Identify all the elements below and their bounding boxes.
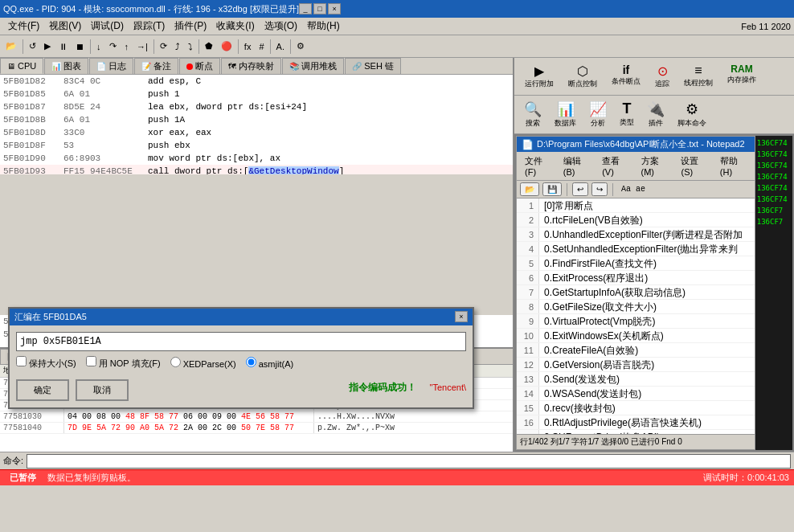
notepad-toolbar-btn[interactable]: 📂 (520, 182, 539, 196)
notepad-menu-edit[interactable]: 编辑(B) (559, 153, 594, 178)
tb-hash[interactable]: # (255, 38, 268, 55)
analyze-btn[interactable]: 📈 分析 (584, 99, 612, 130)
notepad-menu-scheme[interactable]: 方案(M) (636, 153, 673, 178)
tb-restart[interactable]: ↺ (25, 38, 40, 55)
minimize-button[interactable]: _ (299, 3, 312, 14)
code-line-1[interactable]: 5FB01D82 83C4 0C add esp, C (0, 75, 513, 88)
code-line-6[interactable]: 5FB01D8F 53 push ebx (0, 139, 513, 152)
tb-trace-into[interactable]: ⤵ (184, 38, 197, 55)
thread-ctrl-btn[interactable]: ≡ 线程控制 (678, 61, 718, 92)
database-btn[interactable]: 📊 数据库 (550, 99, 581, 130)
tab-cpu[interactable]: 🖥 CPU (0, 58, 43, 74)
menu-file[interactable]: 文件(F) (3, 18, 44, 35)
tab-graph[interactable]: 📊 图表 (44, 58, 88, 74)
code-line-4[interactable]: 5FB01D8B 6A 01 push 1A (0, 113, 513, 126)
notepad-line[interactable]: 40.SetUnhandledExceptionFilter(抛出异常来判 (517, 242, 755, 256)
confirm-button[interactable]: 确定 (16, 379, 69, 401)
tb-run-to-cursor[interactable]: →| (133, 38, 152, 55)
tb-open[interactable]: 📂 (2, 38, 21, 55)
tab-seh[interactable]: 🔗 SEH 链 (345, 58, 401, 74)
menu-options[interactable]: 选项(O) (260, 18, 302, 35)
notepad-menu-settings[interactable]: 设置(S) (676, 153, 711, 178)
tb-stop[interactable]: ⏹ (72, 38, 88, 55)
tb-pause[interactable]: ⏸ (55, 38, 72, 55)
menu-help[interactable]: 帮助(H) (302, 18, 345, 35)
notepad-menu-view[interactable]: 查看(V) (597, 153, 632, 178)
code-line-5[interactable]: 5FB01D8D 33C0 xor eax, eax (0, 126, 513, 139)
tb-breakpoint[interactable]: ⬟ (201, 38, 217, 55)
code-line-3[interactable]: 5FB01D87 8D5E 24 lea ebx, dword ptr ds:[… (0, 100, 513, 113)
tb-function[interactable]: fx (240, 38, 256, 55)
tb-font[interactable]: A. (272, 38, 289, 55)
notepad-line[interactable]: 80.GetFileSize(取文件大小) (517, 300, 755, 314)
notepad-content[interactable]: 1[0]常用断点20.rtcFileLen(VB自效验)30.Unhandled… (517, 198, 755, 434)
assemble-input[interactable] (16, 332, 466, 351)
notepad-line[interactable]: 160.RtlAdjustPrivilege(易语言快速关机) (517, 415, 755, 430)
notepad-line[interactable]: 70.GetStartupInfoA(获取启动信息) (517, 285, 755, 300)
keep-size-option[interactable]: 保持大小(S) (16, 356, 76, 370)
notepad-line[interactable]: 100.ExitWindowsEx(关机断点) (517, 329, 755, 343)
nop-fill-checkbox[interactable] (86, 356, 96, 366)
tab-call-stack[interactable]: 📚 调用堆栈 (282, 58, 344, 74)
cancel-button[interactable]: 取消 (76, 379, 129, 401)
tb-run[interactable]: ▶ (40, 38, 55, 55)
type-btn[interactable]: T 类型 (615, 99, 639, 130)
mem-ops-btn[interactable]: RAM 内存操作 (722, 61, 762, 92)
hex-row-4[interactable]: 77581040 7D 9E 5A 72 90 A0 5A 72 2A 00 2… (0, 423, 513, 434)
run-add-btn[interactable]: ▶ 运行附加 (519, 61, 559, 92)
dialog-close-button[interactable]: × (455, 311, 468, 322)
notepad-line[interactable]: 50.FindFirstFileA(查找文件) (517, 256, 755, 271)
tb-step-into[interactable]: ↓ (92, 38, 105, 55)
xed-parse-radio[interactable] (170, 357, 181, 367)
tab-memory-map[interactable]: 🗺 内存映射 (221, 58, 281, 74)
notepad-line[interactable]: 60.ExitProcess(程序退出) (517, 271, 755, 285)
trace-btn[interactable]: ⊙ 追踪 (649, 61, 675, 92)
menu-debug[interactable]: 调试(D) (86, 18, 129, 35)
notepad-menu-file[interactable]: 文件(F) (520, 153, 555, 178)
nop-fill-option[interactable]: 用 NOP 填充(F) (86, 356, 161, 370)
break-ctrl-btn[interactable]: ⬡ 断点控制 (563, 61, 603, 92)
notepad-line[interactable]: 1[0]常用断点 (517, 198, 755, 213)
code-line-2[interactable]: 5FB01D85 6A 01 push 1 (0, 88, 513, 100)
tb-step-over[interactable]: ↷ (105, 38, 121, 55)
xed-parse-option[interactable]: XEDParse(X) (170, 357, 236, 369)
notepad-line[interactable]: 90.VirtualProtect(Vmp脱壳) (517, 314, 755, 329)
notepad-redo-btn[interactable]: ↪ (591, 182, 608, 196)
tab-breakpoints[interactable]: 断点 (179, 58, 220, 74)
tab-log[interactable]: 📄 日志 (89, 58, 133, 74)
asmjit-radio[interactable] (246, 357, 256, 367)
keep-size-checkbox[interactable] (16, 356, 27, 366)
tb-step-out[interactable]: ↑ (121, 38, 133, 55)
code-line-7[interactable]: 5FB01D90 66:8903 mov word ptr ds:[ebx], … (0, 152, 513, 165)
notepad-menu-help[interactable]: 帮助(H) (715, 153, 751, 178)
tb-settings[interactable]: ⚙ (293, 38, 309, 55)
notepad-line[interactable]: 140.WSASend(发送封包) (517, 387, 755, 401)
notepad-line[interactable]: 20.rtcFileLen(VB自效验) (517, 213, 755, 227)
tb-hardware-bp[interactable]: 🔴 (217, 38, 236, 55)
code-line-8[interactable]: 5FB01D93 FF15 94E4BC5E call dword ptr ds… (0, 165, 513, 174)
notepad-line[interactable]: 110.CreateFileA(自效验) (517, 343, 755, 358)
notepad-line[interactable]: 30.UnhandledExceptionFilter(判断进程是否附加 (517, 227, 755, 242)
notepad-line[interactable]: 150.recv(接收封包) (517, 401, 755, 415)
script-cmd-btn[interactable]: ⚙ 脚本命令 (673, 99, 711, 130)
hex-row-3[interactable]: 77581030 04 00 08 00 48 8F 58 77 06 00 0… (0, 411, 513, 423)
disassembly-view[interactable]: 5FB01D82 83C4 0C add esp, C 5FB01D85 6A … (0, 75, 513, 174)
close-button[interactable]: × (328, 3, 341, 14)
tb-trace-over[interactable]: ⤴ (171, 38, 184, 55)
menu-view[interactable]: 视图(V) (44, 18, 86, 35)
notepad-undo-btn[interactable]: ↩ (572, 182, 588, 196)
command-input[interactable] (27, 454, 791, 469)
maximize-button[interactable]: □ (313, 3, 326, 14)
cond-break-btn[interactable]: if 条件断点 (606, 61, 646, 92)
menu-trace[interactable]: 跟踪(T) (129, 18, 170, 35)
plugin-btn[interactable]: 🔌 插件 (642, 99, 669, 130)
menu-plugin[interactable]: 插件(P) (170, 18, 211, 35)
tb-animate[interactable]: ⟳ (156, 38, 171, 55)
notepad-save-btn[interactable]: 💾 (542, 182, 562, 196)
asmjit-option[interactable]: asmjit(A) (246, 357, 293, 369)
menu-favorites[interactable]: 收藏夹(I) (211, 18, 259, 35)
tab-notes[interactable]: 📝 备注 (134, 58, 178, 74)
notepad-line[interactable]: 120.GetVersion(易语言脱壳) (517, 358, 755, 372)
search-btn[interactable]: 🔍 搜索 (519, 99, 546, 130)
notepad-line[interactable]: 130.Send(发送发包) (517, 372, 755, 387)
